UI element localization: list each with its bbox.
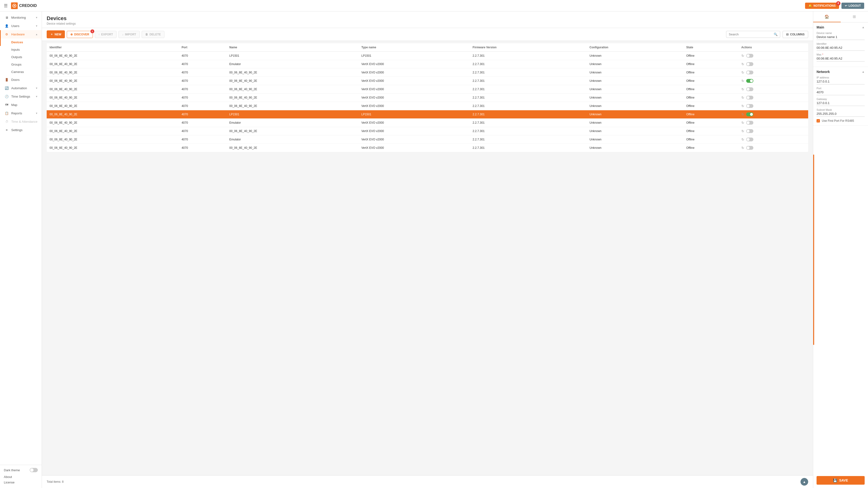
columns-button[interactable]: ⊟ COLUMNS: [782, 31, 808, 38]
table-row[interactable]: 00_06_8E_40_90_2E 4070 00_06_8E_40_90_2E…: [46, 127, 808, 135]
table-row[interactable]: 00_06_8E_40_90_2E 4070 00_06_8E_40_90_2E…: [46, 144, 808, 152]
cell-identifier: 00_06_8E_40_90_2E: [46, 102, 179, 110]
discover-button[interactable]: ⊕ DISCOVER 1: [67, 31, 93, 38]
cell-config: Unknown: [587, 94, 683, 102]
subnet-mask-value[interactable]: 255.255.255.0: [816, 112, 865, 117]
notifications-button[interactable]: 🔔 NOTIFICATIONS 8: [805, 3, 839, 9]
refresh-icon[interactable]: ↻: [741, 137, 744, 141]
gateway-value[interactable]: 127.0.0.1: [816, 101, 865, 106]
refresh-icon[interactable]: ↻: [741, 146, 744, 150]
row-toggle[interactable]: [746, 146, 753, 150]
sidebar-item-hardware[interactable]: ⚙ Hardware ▲: [0, 30, 42, 38]
row-toggle[interactable]: [746, 129, 753, 133]
sidebar-item-outputs[interactable]: Outputs: [0, 53, 42, 61]
table-row[interactable]: 00_06_8E_40_90_2E 4070 LP1501 LP1501 2.2…: [46, 110, 808, 119]
table-row[interactable]: 00_06_8E_40_90_2E 4070 00_06_8E_40_90_2E…: [46, 94, 808, 102]
search-box[interactable]: 🔍: [726, 31, 780, 38]
row-toggle[interactable]: [746, 87, 753, 91]
refresh-icon[interactable]: ↻: [741, 112, 744, 116]
cell-state: Offline: [683, 85, 738, 94]
table-row[interactable]: 00_06_8E_40_90_2E 4070 00_06_8E_40_90_2E…: [46, 85, 808, 94]
network-collapse-btn[interactable]: ▲: [862, 70, 865, 73]
refresh-icon[interactable]: ↻: [741, 96, 744, 99]
tab-home[interactable]: 🏠: [813, 11, 841, 22]
row-toggle[interactable]: [746, 79, 753, 83]
row-toggle[interactable]: [746, 112, 753, 116]
import-button[interactable]: ↓ IMPORT: [119, 31, 140, 38]
delete-button[interactable]: 🗑 DELETE: [142, 31, 164, 38]
sidebar-item-monitoring[interactable]: 🖥 Monitoring ▼: [0, 13, 42, 22]
logout-button[interactable]: ↩ LOGOUT: [841, 3, 864, 9]
table-row[interactable]: 00_06_8E_40_90_2E 4070 00_06_8E_40_90_2E…: [46, 77, 808, 85]
sidebar-item-devices[interactable]: Devices: [0, 38, 42, 46]
row-toggle[interactable]: [746, 71, 753, 74]
table-row[interactable]: 00_06_8E_40_90_2E 4070 00_06_8E_40_90_2E…: [46, 102, 808, 110]
cell-firmware: 2.2.7.301: [470, 135, 587, 144]
rs485-checkbox[interactable]: ✓: [816, 119, 820, 123]
table-row[interactable]: 00_06_8E_40_90_2E 4070 Emulator VertX EV…: [46, 119, 808, 127]
dark-theme-toggle[interactable]: [30, 468, 38, 472]
cell-config: Unknown: [587, 60, 683, 68]
sidebar-item-groups[interactable]: Groups: [0, 61, 42, 68]
cell-type: VertX EVO v2000: [359, 127, 470, 135]
refresh-icon[interactable]: ↻: [741, 62, 744, 66]
cell-identifier: 00_06_8E_40_90_2E: [46, 127, 179, 135]
field-subnet-mask: Subnet Mask 255.255.255.0: [816, 108, 865, 117]
scroll-top-button[interactable]: ▲: [801, 478, 808, 486]
refresh-icon[interactable]: ↻: [741, 87, 744, 91]
refresh-icon[interactable]: ↻: [741, 54, 744, 58]
about-link[interactable]: About: [4, 474, 38, 480]
row-toggle[interactable]: [746, 62, 753, 66]
refresh-icon[interactable]: ↻: [741, 129, 744, 133]
cell-state: Offline: [683, 127, 738, 135]
sidebar-item-cameras[interactable]: Cameras: [0, 68, 42, 75]
search-input[interactable]: [729, 33, 772, 36]
new-button[interactable]: ＋ NEW: [46, 30, 65, 38]
sidebar-item-users[interactable]: 👤 Users ▼: [0, 22, 42, 30]
cell-config: Unknown: [587, 85, 683, 94]
row-toggle[interactable]: [746, 54, 753, 58]
row-toggle[interactable]: [746, 104, 753, 108]
mac-value[interactable]: 00:06:8E:40:95:A2: [816, 57, 865, 62]
table-row[interactable]: 00_06_8E_40_90_2E 4070 Emulator VertX EV…: [46, 135, 808, 144]
cell-name: 00_06_8E_40_90_2E: [226, 85, 359, 94]
sidebar-item-settings[interactable]: ≡ Settings: [0, 126, 42, 134]
export-button[interactable]: ↑ EXPORT: [95, 31, 117, 38]
refresh-icon[interactable]: ↻: [741, 79, 744, 83]
ip-address-value[interactable]: 127.0.0.1: [816, 80, 865, 85]
tab-grid[interactable]: ⊞: [841, 11, 868, 22]
row-toggle[interactable]: [746, 96, 753, 99]
table-row[interactable]: 00_06_8E_40_90_2E 4070 LP1501 LP1501 2.2…: [46, 52, 808, 60]
sidebar-item-doors[interactable]: 🚪 Doors: [0, 75, 42, 84]
device-name-value[interactable]: Device name 1: [816, 35, 865, 40]
license-link[interactable]: License: [4, 480, 38, 485]
hamburger-icon[interactable]: ☰: [4, 3, 8, 8]
table-body: 00_06_8E_40_90_2E 4070 LP1501 LP1501 2.2…: [46, 52, 808, 152]
cell-name: LP1501: [226, 52, 359, 60]
cell-type: VertX EVO v2000: [359, 102, 470, 110]
sidebar-item-reports[interactable]: 📋 Reports ▼: [0, 109, 42, 118]
save-button[interactable]: 💾 SAVE: [816, 476, 865, 485]
main-collapse-btn[interactable]: ▲: [862, 26, 865, 29]
cell-port: 4070: [179, 85, 227, 94]
sidebar-item-map[interactable]: 🗺 Map: [0, 101, 42, 109]
sidebar-item-time-settings[interactable]: 🕐 Time Settings ▼: [0, 92, 42, 101]
port-value[interactable]: 4070: [816, 90, 865, 95]
table-row[interactable]: 00_06_8E_40_90_2E 4070 Emulator VertX EV…: [46, 60, 808, 68]
identifier-value[interactable]: 00:06:8E:40:95:A2: [816, 46, 865, 51]
reports-icon: 📋: [4, 111, 9, 115]
refresh-icon[interactable]: ↻: [741, 121, 744, 125]
accent-bar: [813, 155, 814, 345]
row-toggle[interactable]: [746, 137, 753, 141]
cell-port: 4070: [179, 119, 227, 127]
refresh-icon[interactable]: ↻: [741, 104, 744, 108]
row-toggle[interactable]: [746, 121, 753, 125]
sidebar-item-inputs[interactable]: Inputs: [0, 46, 42, 53]
rs485-checkbox-row[interactable]: ✓ Use First Port For RS485: [816, 119, 865, 123]
cell-name: 00_06_8E_40_90_2E: [226, 127, 359, 135]
table-row[interactable]: 00_06_8E_40_90_2E 4070 00_06_8E_40_90_2E…: [46, 68, 808, 77]
cell-port: 4070: [179, 127, 227, 135]
refresh-icon[interactable]: ↻: [741, 71, 744, 74]
sidebar-item-time-attendance[interactable]: ⏱ Time & Attendance: [0, 118, 42, 126]
sidebar-item-automation[interactable]: 🔄 Automation ▼: [0, 84, 42, 92]
